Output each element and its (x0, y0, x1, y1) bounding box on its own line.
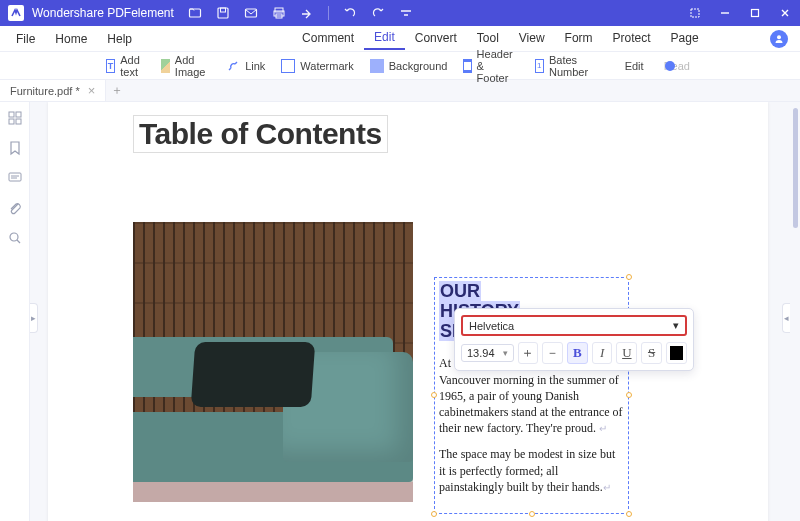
svg-rect-12 (9, 119, 14, 124)
resize-handle[interactable] (431, 511, 437, 517)
text-color-button[interactable] (666, 342, 687, 364)
app-logo (8, 5, 24, 21)
separator (328, 6, 329, 20)
titlebar: Wondershare PDFelement (0, 0, 800, 26)
textbox-body[interactable]: At the brink of daylight on a quaint Van… (439, 355, 624, 495)
workspace: ▸ ◂ Table of Contents (0, 102, 800, 521)
add-text-label: Add text (120, 54, 144, 78)
watermark-label: Watermark (300, 60, 353, 72)
font-size-value: 13.94 (467, 347, 495, 359)
italic-button[interactable]: I (592, 342, 613, 364)
menu-protect[interactable]: Protect (603, 29, 661, 49)
font-family-value: Helvetica (469, 320, 514, 332)
decrease-size-button[interactable]: － (542, 342, 563, 364)
svg-rect-11 (16, 112, 21, 117)
underline-button[interactable]: U (616, 342, 637, 364)
attachments-icon[interactable] (7, 200, 23, 216)
search-icon[interactable] (7, 230, 23, 246)
thumbnails-icon[interactable] (7, 110, 23, 126)
svg-rect-1 (218, 8, 228, 18)
bold-button[interactable]: B (567, 342, 588, 364)
undo-icon[interactable] (343, 6, 357, 20)
chevron-down-icon: ▾ (673, 319, 679, 332)
minimize-button[interactable] (710, 0, 740, 26)
menu-file[interactable]: File (6, 28, 45, 50)
header-footer-label: Header & Footer (477, 48, 519, 84)
share-icon[interactable] (300, 6, 314, 20)
menu-bar: File Home Help Comment Edit Convert Tool… (0, 26, 800, 52)
resize-handle[interactable] (431, 392, 437, 398)
open-icon[interactable] (188, 6, 202, 20)
svg-rect-3 (245, 9, 256, 17)
save-icon[interactable] (216, 6, 230, 20)
font-family-select[interactable]: Helvetica ▾ (461, 315, 687, 336)
print-icon[interactable] (272, 6, 286, 20)
resize-handle[interactable] (626, 511, 632, 517)
close-button[interactable] (770, 0, 800, 26)
left-sidebar (0, 102, 30, 521)
redo-icon[interactable] (371, 6, 385, 20)
tab-close-icon[interactable]: × (88, 83, 96, 98)
link-button[interactable]: Link (220, 57, 271, 75)
svg-rect-0 (189, 9, 200, 17)
menu-page[interactable]: Page (661, 29, 709, 49)
resize-handle[interactable] (626, 392, 632, 398)
watermark-button[interactable]: Watermark (275, 57, 359, 75)
svg-rect-2 (220, 8, 225, 12)
customize-icon[interactable] (399, 6, 413, 20)
menu-form[interactable]: Form (555, 29, 603, 49)
document-canvas[interactable]: ▸ ◂ Table of Contents (30, 102, 800, 521)
background-button[interactable]: Background (364, 57, 454, 75)
menu-help[interactable]: Help (97, 28, 142, 50)
increase-size-button[interactable]: ＋ (518, 342, 539, 364)
tab-label: Furniture.pdf * (10, 85, 80, 97)
resize-handle[interactable] (626, 274, 632, 280)
edit-mode-label: Edit (619, 58, 650, 74)
tab-bar: Furniture.pdf * × ＋ (0, 80, 800, 102)
edit-toolbar: TAdd text Add Image Link Watermark Backg… (0, 52, 800, 80)
bookmark-icon[interactable] (7, 140, 23, 156)
expand-sidebar-handle[interactable]: ▸ (30, 303, 38, 333)
header-footer-button[interactable]: Header & Footer (457, 46, 524, 86)
svg-rect-10 (9, 112, 14, 117)
add-image-label: Add Image (175, 54, 210, 78)
bates-label: Bates Number (549, 54, 593, 78)
comments-icon[interactable] (7, 170, 23, 186)
svg-rect-7 (691, 9, 699, 17)
text-format-popup: Helvetica ▾ 13.94 ▾ ＋ － B I U S (454, 308, 694, 371)
mail-icon[interactable] (244, 6, 258, 20)
font-size-select[interactable]: 13.94 ▾ (461, 344, 514, 362)
tab-add-button[interactable]: ＋ (106, 80, 128, 101)
menu-edit[interactable]: Edit (364, 28, 405, 50)
maximize-button[interactable] (740, 0, 770, 26)
vertical-scrollbar[interactable] (790, 102, 800, 521)
menu-comment[interactable]: Comment (292, 29, 364, 49)
scrollbar-thumb[interactable] (793, 108, 798, 228)
page-image[interactable] (133, 222, 413, 502)
svg-rect-8 (752, 10, 759, 17)
add-text-button[interactable]: TAdd text (100, 52, 151, 80)
expand-right-handle[interactable]: ◂ (782, 303, 790, 333)
add-image-button[interactable]: Add Image (155, 52, 217, 80)
page-title[interactable]: Table of Contents (133, 115, 388, 153)
svg-point-15 (10, 233, 18, 241)
bates-number-button[interactable]: 1Bates Number (529, 52, 599, 80)
strikethrough-button[interactable]: S (641, 342, 662, 364)
user-avatar[interactable] (770, 30, 788, 48)
link-label: Link (245, 60, 265, 72)
menu-home[interactable]: Home (45, 28, 97, 50)
window-secondary-icon[interactable] (680, 0, 710, 26)
document-tab[interactable]: Furniture.pdf * × (0, 80, 106, 101)
svg-rect-13 (16, 119, 21, 124)
resize-handle[interactable] (529, 511, 535, 517)
app-name: Wondershare PDFelement (32, 6, 174, 20)
chevron-down-icon: ▾ (503, 348, 508, 358)
read-mode-label: Read (658, 58, 696, 74)
svg-rect-14 (9, 173, 21, 181)
background-label: Background (389, 60, 448, 72)
svg-point-9 (777, 35, 781, 39)
